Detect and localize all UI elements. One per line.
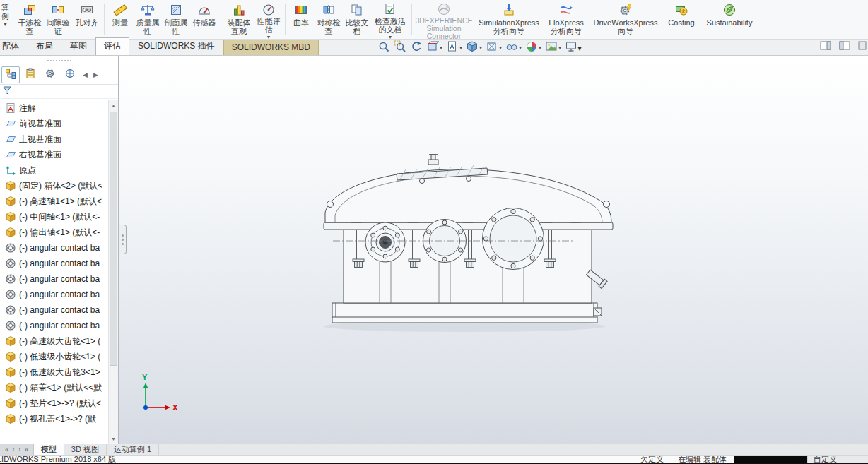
feature-tree-scrollbar[interactable]: ▲ ▼ — [108, 100, 118, 444]
doc-tab-3d-views[interactable]: 3D 视图 — [64, 444, 107, 455]
tab-solidworks-mbd[interactable]: SOLIDWORKS MBD — [223, 40, 319, 55]
tree-item-bearing[interactable]: (-) angular contact ba — [0, 240, 108, 256]
ribbon-button-measure[interactable]: 测量 — [107, 0, 134, 39]
tab-sketch[interactable]: 草图 — [61, 37, 95, 55]
part-icon — [5, 413, 16, 424]
tree-item-bearing[interactable]: (-) angular contact ba — [0, 271, 108, 287]
chevron-right-icon[interactable]: ▶ — [91, 71, 100, 78]
dropdown-arrow-icon: ▾ — [459, 44, 462, 51]
ribbon-button-3dexperience-simulation-connector[interactable]: 3DEXPERIENCE Simulation Connector — [414, 0, 474, 39]
panel-grip[interactable] — [0, 56, 118, 65]
orientation-triad: X Y — [142, 373, 178, 412]
ribbon-toolbar: 算 例 ▼ 干涉检查 间隙验证 孔对齐 — [0, 0, 868, 40]
edit-appearance-button[interactable]: ▾ — [524, 40, 543, 55]
ribbon-button-curvature[interactable]: 曲率 — [288, 0, 315, 39]
bearing-icon — [5, 242, 16, 254]
tree-item-intermediate-shaft[interactable]: (-) 中间轴<1> (默认<- — [0, 209, 108, 225]
hide-show-items-button[interactable]: ▾ — [504, 40, 523, 55]
section-properties-icon — [169, 2, 183, 18]
ribbon-button-floxpress-wizard[interactable]: FloXpress 分析向导 — [544, 0, 588, 39]
feature-tree-tab[interactable] — [1, 66, 20, 83]
symmetry-check-icon — [322, 2, 336, 18]
graphics-viewport[interactable]: X Y — [119, 56, 868, 444]
tree-item-ls-big-gear[interactable]: (-) 低速级大齿轮3<1> — [0, 364, 108, 380]
ribbon-button-compare-documents[interactable]: 比较文档 — [343, 0, 371, 39]
previous-view-button[interactable] — [409, 40, 424, 55]
annotations-view-button[interactable]: ▾ — [445, 40, 464, 55]
display-style-button[interactable]: ▾ — [484, 40, 503, 55]
doc-tab-motion-study-1[interactable]: 运动算例 1 — [107, 444, 159, 455]
collapse-pane-icon[interactable] — [858, 41, 867, 53]
feature-tree-filter-row — [0, 85, 118, 99]
view-settings-button[interactable]: ▾ — [563, 40, 583, 55]
curvature-icon — [294, 2, 308, 18]
feature-tree-filter-input[interactable] — [15, 86, 116, 97]
tree-item-housing[interactable]: (固定) 箱体<2> (默认< — [0, 178, 108, 194]
ribbon-button-section-properties[interactable]: 剖面属性 — [162, 0, 190, 39]
tab-solidworks-addins[interactable]: SOLIDWORKS 插件 — [129, 37, 223, 55]
ribbon-button-simulationxpress-wizard[interactable]: SimulationXpress 分析向导 — [474, 0, 544, 39]
panel-splitter-handle[interactable] — [119, 225, 127, 254]
property-manager-tab[interactable] — [21, 66, 40, 83]
next-tab-icon[interactable]: › — [18, 446, 20, 453]
clearance-verify-icon — [51, 2, 65, 18]
zoom-area-button[interactable] — [392, 40, 408, 55]
apply-scene-icon — [545, 40, 558, 55]
tree-item-output-shaft[interactable]: (-) 输出轴<1> (默认<- — [0, 225, 108, 240]
sustainability-icon — [722, 2, 737, 18]
dropdown-arrow-icon: ▼ — [266, 35, 271, 40]
ribbon-button-driveworksxpress-wizard[interactable]: DriveWorksXpress 向导 — [588, 0, 663, 39]
ribbon-button-costing[interactable]: Costing — [663, 0, 700, 39]
task-pane-toggle-icon[interactable] — [820, 41, 832, 53]
tree-item-right-plane[interactable]: 右视基准面 — [0, 147, 108, 162]
ribbon-button-sustainability[interactable]: Sustainability — [700, 0, 759, 39]
tab-evaluate[interactable]: 评估 — [95, 37, 129, 55]
apply-scene-button[interactable]: ▾ — [544, 40, 563, 55]
ribbon-button-assembly-visualization[interactable]: 装配体直观 — [223, 0, 254, 39]
configuration-manager-tab[interactable] — [41, 66, 59, 83]
ribbon-button-motion-study-clipped[interactable]: 算 例 ▼ — [0, 0, 11, 39]
ribbon-button-sensor[interactable]: 传感器 — [190, 0, 218, 39]
scroll-up-icon[interactable]: ▲ — [109, 100, 118, 110]
ribbon-button-hole-alignment[interactable]: 孔对齐 — [72, 0, 102, 39]
last-tab-icon[interactable]: » — [24, 446, 28, 453]
customize-statusbar[interactable]: 自定义 — [807, 456, 868, 463]
prev-tab-icon[interactable]: ‹ — [13, 446, 15, 453]
tree-item-high-speed-shaft[interactable]: (-) 高速轴1<1> (默认< — [0, 194, 108, 209]
display-pane-toggle-icon[interactable] — [839, 41, 851, 53]
ribbon-button-performance-evaluation[interactable]: 性能评估 ▼ — [254, 0, 283, 39]
zoom-fit-button[interactable] — [376, 40, 392, 55]
ribbon-button-clearance-verify[interactable]: 间隙验证 — [44, 0, 72, 39]
tree-item-bearing[interactable]: (-) angular contact ba — [0, 287, 108, 302]
ribbon-button-interference-check[interactable]: 干涉检查 — [16, 0, 44, 39]
tree-item-ls-small-gear[interactable]: (-) 低速级小齿轮<1> ( — [0, 349, 108, 364]
previous-view-icon — [410, 40, 423, 55]
view-settings-icon — [565, 40, 577, 55]
tree-item-front-plane[interactable]: 前视基准面 — [0, 116, 108, 131]
tree-item-annotations[interactable]: 注解 — [0, 100, 108, 116]
ribbon-button-check-active-document[interactable]: 检查激活的文档 ▼ — [371, 0, 409, 39]
doc-tab-model[interactable]: 模型 — [34, 444, 64, 455]
view-orientation-button[interactable]: ▾ — [464, 40, 483, 55]
tab-layout[interactable]: 布局 — [28, 37, 61, 55]
scrollbar-thumb[interactable] — [110, 112, 117, 366]
tree-item-hs-big-gear[interactable]: (-) 高速级大齿轮<1> ( — [0, 333, 108, 349]
chevron-left-icon[interactable]: ◀ — [81, 71, 90, 78]
tree-item-top-plane[interactable]: 上视基准面 — [0, 131, 108, 147]
tab-assembly[interactable]: 配体 — [0, 37, 28, 55]
tree-item-bearing[interactable]: (-) angular contact ba — [0, 256, 108, 271]
feature-tree: 注解 前视基准面 上视基准面 右视基准面 原点 — [0, 100, 108, 444]
tree-item-gasket[interactable]: (-) 垫片<1>->? (默认< — [0, 395, 108, 411]
dimxpert-manager-tab[interactable] — [61, 66, 79, 83]
feature-manager-panel: ◀ ▶ 注解 前视基准面 上视基准面 — [0, 56, 119, 444]
scroll-down-icon[interactable]: ▼ — [109, 434, 118, 444]
section-view-button[interactable]: ▾ — [425, 40, 444, 55]
tree-item-sight-cover[interactable]: (-) 视孔盖<1>->? (默 — [0, 411, 108, 427]
tree-item-bearing[interactable]: (-) angular contact ba — [0, 302, 108, 318]
tree-item-origin[interactable]: 原点 — [0, 162, 108, 178]
ribbon-button-symmetry-check[interactable]: 对称检查 — [315, 0, 343, 39]
first-tab-icon[interactable]: « — [5, 446, 9, 453]
tree-item-bearing[interactable]: (-) angular contact ba — [0, 318, 108, 333]
tree-item-cover[interactable]: (-) 箱盖<1> (默认<<默 — [0, 380, 108, 395]
ribbon-button-mass-properties[interactable]: 质量属性 — [134, 0, 162, 39]
